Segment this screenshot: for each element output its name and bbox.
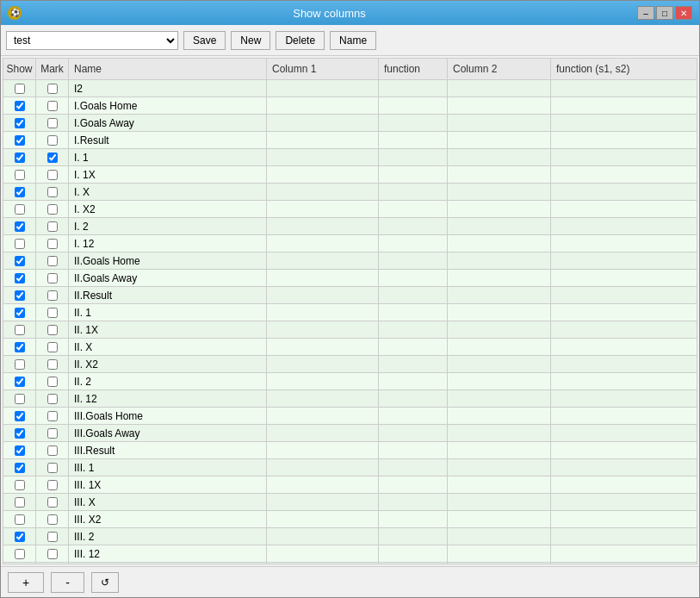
name-cell: III.Goals Home — [69, 408, 267, 424]
col1-cell — [267, 321, 379, 338]
show-checkbox[interactable] — [15, 256, 25, 266]
show-checkbox[interactable] — [15, 532, 25, 542]
name-cell: II. X2 — [69, 356, 267, 372]
mark-checkbox[interactable] — [47, 239, 58, 249]
func2-cell — [551, 166, 697, 183]
show-checkbox[interactable] — [15, 342, 25, 352]
mark-checkbox[interactable] — [47, 256, 58, 266]
show-checkbox[interactable] — [15, 153, 25, 163]
func2-cell — [551, 149, 697, 165]
mark-cell — [36, 373, 69, 389]
func-cell — [379, 373, 448, 389]
show-checkbox[interactable] — [15, 445, 25, 456]
mark-checkbox[interactable] — [47, 308, 58, 318]
mark-checkbox[interactable] — [47, 445, 58, 456]
add-button[interactable]: + — [8, 572, 44, 593]
show-checkbox[interactable] — [15, 204, 25, 215]
header-name: Name — [69, 59, 267, 79]
mark-checkbox[interactable] — [47, 204, 58, 215]
show-checkbox[interactable] — [15, 118, 25, 128]
profile-dropdown[interactable]: test — [6, 31, 178, 50]
header-func2: function (s1, s2) — [551, 59, 697, 79]
mark-checkbox[interactable] — [47, 428, 58, 439]
col2-cell — [448, 528, 551, 545]
mark-checkbox[interactable] — [47, 463, 58, 473]
show-cell — [3, 339, 36, 355]
minimize-button[interactable]: – — [637, 6, 654, 20]
show-checkbox[interactable] — [15, 359, 25, 370]
new-button[interactable]: New — [231, 31, 270, 50]
mark-checkbox[interactable] — [47, 170, 58, 180]
func-cell — [379, 97, 448, 114]
col2-cell — [448, 270, 551, 286]
mark-checkbox[interactable] — [47, 514, 58, 525]
show-checkbox[interactable] — [15, 514, 25, 525]
mark-checkbox[interactable] — [47, 118, 58, 128]
toolbar: test Save New Delete Name — [1, 25, 699, 56]
delete-button[interactable]: Delete — [276, 31, 325, 50]
mark-checkbox[interactable] — [47, 290, 58, 301]
col1-cell — [267, 528, 379, 545]
name-cell: III. 2 — [69, 528, 267, 545]
name-cell: III. X — [69, 494, 267, 510]
close-button[interactable]: ✕ — [675, 6, 692, 20]
mark-checkbox[interactable] — [47, 532, 58, 542]
func-cell — [379, 339, 448, 355]
name-cell: II.Goals Home — [69, 252, 267, 269]
mark-checkbox[interactable] — [47, 411, 58, 421]
show-checkbox[interactable] — [15, 239, 25, 249]
name-button[interactable]: Name — [330, 31, 376, 50]
save-button[interactable]: Save — [183, 31, 226, 50]
show-checkbox[interactable] — [15, 411, 25, 421]
mark-cell — [36, 235, 69, 252]
col2-cell — [448, 373, 551, 389]
show-checkbox[interactable] — [15, 187, 25, 197]
func2-cell — [551, 408, 697, 424]
show-checkbox[interactable] — [15, 101, 25, 111]
col1-cell — [267, 218, 379, 234]
mark-checkbox[interactable] — [47, 342, 58, 352]
mark-checkbox[interactable] — [47, 84, 58, 94]
mark-checkbox[interactable] — [47, 101, 58, 111]
name-cell: II.Result — [69, 287, 267, 303]
maximize-button[interactable]: □ — [656, 6, 673, 20]
mark-checkbox[interactable] — [47, 549, 58, 559]
show-checkbox[interactable] — [15, 463, 25, 473]
mark-checkbox[interactable] — [47, 359, 58, 370]
show-checkbox[interactable] — [15, 377, 25, 387]
show-checkbox[interactable] — [15, 170, 25, 180]
show-checkbox[interactable] — [15, 394, 25, 404]
show-checkbox[interactable] — [15, 480, 25, 490]
show-checkbox[interactable] — [15, 325, 25, 335]
col1-cell — [267, 235, 379, 252]
mark-checkbox[interactable] — [47, 221, 58, 232]
col1-cell — [267, 545, 379, 562]
mark-checkbox[interactable] — [47, 187, 58, 197]
show-checkbox[interactable] — [15, 84, 25, 94]
remove-button[interactable]: - — [51, 572, 84, 593]
show-checkbox[interactable] — [15, 273, 25, 283]
mark-checkbox[interactable] — [47, 153, 58, 163]
mark-checkbox[interactable] — [47, 480, 58, 490]
show-checkbox[interactable] — [15, 497, 25, 508]
show-checkbox[interactable] — [15, 135, 25, 146]
mark-checkbox[interactable] — [47, 273, 58, 283]
mark-checkbox[interactable] — [47, 325, 58, 335]
func2-cell — [551, 287, 697, 303]
mark-cell — [36, 115, 69, 131]
mark-checkbox[interactable] — [47, 497, 58, 508]
show-checkbox[interactable] — [15, 221, 25, 232]
show-cell — [3, 304, 36, 321]
mark-checkbox[interactable] — [47, 377, 58, 387]
show-checkbox[interactable] — [15, 428, 25, 439]
show-checkbox[interactable] — [15, 308, 25, 318]
mark-checkbox[interactable] — [47, 394, 58, 404]
show-checkbox[interactable] — [15, 549, 25, 559]
table-row: II. X2 — [3, 356, 697, 373]
mark-checkbox[interactable] — [47, 135, 58, 146]
show-checkbox[interactable] — [15, 290, 25, 301]
col1-cell — [267, 287, 379, 303]
refresh-button[interactable]: ↺ — [91, 572, 119, 593]
name-cell: II. X — [69, 339, 267, 355]
col2-cell — [448, 184, 551, 200]
